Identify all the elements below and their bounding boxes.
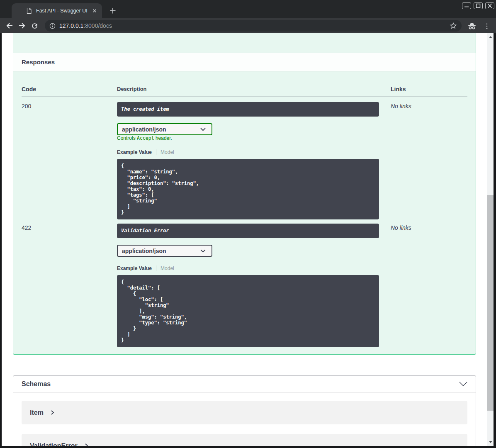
new-tab-button[interactable] — [107, 5, 119, 17]
window-minimize-button[interactable] — [462, 2, 471, 9]
col-header-code: Code — [22, 86, 117, 92]
window-maximize-button[interactable] — [474, 2, 483, 9]
response-links: No links — [391, 97, 467, 219]
plus-icon — [109, 7, 116, 14]
schemas-header[interactable]: Schemas — [13, 376, 476, 392]
response-description: Validation Error — [117, 224, 379, 238]
response-row-422: 422 Validation Error application/json Ex… — [22, 224, 467, 347]
scroll-up-arrow-icon[interactable] — [489, 36, 492, 38]
reload-icon — [31, 22, 39, 30]
responses-section-header: Responses — [13, 53, 476, 71]
browser-titlebar: Fast API - Swagger UI — [0, 0, 496, 18]
chevron-right-icon — [50, 410, 55, 415]
back-button[interactable] — [3, 19, 16, 32]
responses-title: Responses — [22, 58, 55, 66]
site-info-icon[interactable] — [49, 22, 56, 29]
tab-title: Fast API - Swagger UI — [36, 8, 91, 14]
col-header-links: Links — [391, 86, 467, 92]
post-endpoint-block: Responses Code Description Links 200 The… — [13, 33, 476, 355]
reload-button[interactable] — [28, 19, 41, 32]
close-icon — [487, 3, 493, 8]
accept-header-note: Controls Accept header. — [117, 136, 391, 141]
tab-model[interactable]: Model — [160, 265, 174, 271]
chevron-right-icon — [84, 443, 89, 446]
chevron-down-icon — [459, 382, 467, 386]
minimize-icon — [464, 3, 469, 8]
media-type-select[interactable]: application/json — [117, 245, 212, 257]
url-text: 127.0.0.1:8000/docs — [59, 22, 112, 29]
scrollbar-thumb[interactable] — [487, 195, 494, 411]
schemas-section: Schemas Item ValidationError — [13, 375, 476, 446]
model-item[interactable]: Item — [22, 401, 467, 424]
media-type-select[interactable]: application/json — [117, 123, 212, 135]
model-validationerror[interactable]: ValidationError — [22, 434, 467, 446]
responses-table-header: Code Description Links — [22, 71, 467, 97]
tab-example-value[interactable]: Example Value — [117, 149, 152, 155]
chevron-down-icon — [200, 249, 206, 253]
col-header-description: Description — [117, 86, 391, 92]
response-description: The created item — [117, 102, 379, 117]
response-code: 422 — [22, 224, 117, 347]
back-icon — [5, 22, 14, 30]
bookmark-star-icon[interactable] — [449, 22, 457, 30]
tab-model[interactable]: Model — [160, 149, 174, 155]
page-content: Responses Code Description Links 200 The… — [2, 33, 487, 446]
tab-close-icon[interactable] — [91, 7, 98, 14]
chevron-down-icon — [200, 128, 206, 131]
maximize-icon — [475, 3, 481, 8]
example-json: { "name": "string", "price": 0, "descrip… — [117, 159, 379, 219]
example-json: { "detail": [ { "loc": [ "string" ], "ms… — [117, 275, 379, 347]
three-dot-menu-icon — [483, 22, 491, 30]
response-code: 200 — [22, 97, 117, 219]
incognito-icon — [467, 21, 477, 31]
schemas-title: Schemas — [22, 380, 51, 388]
browser-tab[interactable]: Fast API - Swagger UI — [12, 3, 102, 18]
forward-icon — [18, 22, 26, 30]
address-bar[interactable]: 127.0.0.1:8000/docs — [45, 20, 462, 32]
vertical-scrollbar[interactable] — [487, 33, 494, 446]
tab-example-value[interactable]: Example Value — [117, 265, 152, 271]
response-row-200: 200 The created item application/json Co… — [22, 97, 467, 219]
window-close-button[interactable] — [485, 2, 494, 9]
response-links: No links — [391, 224, 467, 347]
browser-menu-button[interactable] — [482, 21, 492, 31]
favicon-document-icon — [26, 7, 32, 14]
scroll-down-arrow-icon[interactable] — [489, 441, 492, 443]
forward-button[interactable] — [16, 19, 28, 32]
